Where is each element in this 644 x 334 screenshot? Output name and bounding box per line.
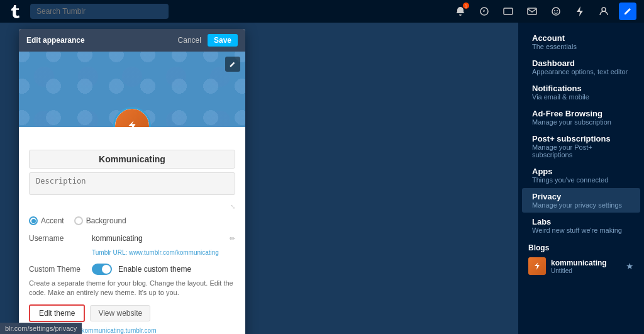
- sidebar-item-adfree-sub: Manage your subscription: [532, 118, 630, 126]
- user-icon[interactable]: [595, 3, 613, 20]
- custom-theme-desc: Create a separate theme for your blog. C…: [29, 279, 235, 298]
- username-label: Username: [29, 234, 86, 243]
- sidebar-item-privacy-label: Privacy: [532, 192, 630, 201]
- sidebar-item-labs-label: Labs: [532, 217, 630, 226]
- face-icon[interactable]: [547, 3, 565, 20]
- tumblr-logo[interactable]: [8, 3, 25, 20]
- compass-icon[interactable]: [475, 3, 493, 20]
- blog-info: kommunicating Untitled: [551, 259, 621, 274]
- resize-handle: ⤡: [230, 203, 235, 210]
- modal-header: Edit appearance Cancel Save: [19, 29, 245, 52]
- main-layout: Edit appearance Cancel Save: [0, 23, 644, 334]
- content-panel: Edit appearance Cancel Save: [0, 23, 518, 334]
- sidebar-item-apps[interactable]: Apps Things you've connected: [522, 163, 640, 187]
- svg-point-5: [557, 10, 558, 11]
- blogs-section: Blogs kommunicating Untitled ★: [518, 238, 644, 277]
- search-input[interactable]: [30, 4, 169, 19]
- avatar-ring: [113, 107, 151, 127]
- tumblr-url-link[interactable]: www.tumblr.com/kommunicating: [129, 249, 219, 256]
- sidebar-item-account-sub: The essentials: [532, 43, 630, 50]
- svg-point-6: [602, 8, 606, 11]
- sidebar-item-account[interactable]: Account The essentials: [522, 30, 640, 54]
- custom-theme-row: Custom Theme Enable custom theme: [29, 264, 235, 275]
- sidebar-item-postplus-label: Post+ subscriptions: [532, 134, 630, 143]
- header-image: [19, 52, 245, 127]
- modal-actions: Cancel Save: [178, 34, 238, 47]
- username-row: Username kommunicating ✏: [29, 234, 235, 243]
- notification-icon[interactable]: 1: [452, 3, 469, 20]
- background-label: Background: [86, 216, 126, 225]
- avatar-area: [113, 107, 151, 127]
- sidebar-item-labs[interactable]: Labs Weird new stuff we're making: [522, 213, 640, 238]
- sidebar-item-privacy[interactable]: Privacy Manage your privacy settings: [522, 188, 640, 213]
- save-button[interactable]: Save: [208, 34, 238, 47]
- sidebar-item-adfree[interactable]: Ad-Free Browsing Manage your subscriptio…: [522, 105, 640, 130]
- sidebar-item-notifications[interactable]: Notifications Via email & mobile: [522, 80, 640, 104]
- sidebar-item-postplus-sub: Manage your Post+ subscriptions: [532, 143, 630, 159]
- tv-icon[interactable]: [499, 3, 517, 20]
- sidebar-item-dashboard[interactable]: Dashboard Appearance options, text edito…: [522, 55, 640, 79]
- blog-row: kommunicating Untitled ★: [528, 257, 634, 275]
- sidebar-item-dashboard-label: Dashboard: [532, 58, 630, 68]
- sidebar-item-adfree-label: Ad-Free Browsing: [532, 109, 630, 118]
- custom-url-link[interactable]: kommunicating.tumblr.com: [82, 327, 157, 334]
- blog-avatar: [528, 257, 546, 275]
- blog-subtitle: Untitled: [551, 267, 621, 274]
- background-option[interactable]: Background: [74, 216, 126, 225]
- sidebar-item-dashboard-sub: Appearance options, text editor: [532, 68, 630, 75]
- enable-custom-theme-label: Enable custom theme: [118, 265, 191, 274]
- sidebar-item-notifications-label: Notifications: [532, 84, 630, 93]
- view-website-button[interactable]: View website: [90, 305, 150, 321]
- theme-actions: Edit theme View website: [29, 304, 235, 322]
- sidebar-nav: Account The essentials Dashboard Appeara…: [518, 30, 644, 238]
- sidebar-item-postplus[interactable]: Post+ subscriptions Manage your Post+ su…: [522, 130, 640, 162]
- edit-theme-button[interactable]: Edit theme: [29, 304, 85, 322]
- username-edit-icon[interactable]: ✏: [230, 235, 235, 243]
- blog-name-input[interactable]: [29, 150, 235, 169]
- modal-body: ⤡ Accent Background Username k: [19, 127, 245, 334]
- svg-rect-2: [528, 8, 536, 14]
- statusbar-url: blr.com/settings/privacy: [5, 325, 77, 332]
- edit-header-button[interactable]: [225, 57, 240, 72]
- color-options: Accent Background: [29, 216, 235, 225]
- description-input[interactable]: [29, 172, 235, 195]
- custom-theme-toggle[interactable]: [92, 264, 112, 275]
- sidebar-item-privacy-sub: Manage your privacy settings: [532, 201, 630, 209]
- accent-option[interactable]: Accent: [29, 216, 64, 225]
- sidebar-item-labs-sub: Weird new stuff we're making: [532, 226, 630, 234]
- tumblr-url: Tumblr URL: www.tumblr.com/kommunicating: [92, 249, 235, 256]
- bolt-icon[interactable]: [571, 3, 589, 20]
- modal-title: Edit appearance: [26, 36, 85, 45]
- avatar[interactable]: [115, 109, 149, 127]
- topnav: 1: [0, 0, 644, 23]
- sidebar-item-apps-label: Apps: [532, 167, 630, 176]
- cancel-button[interactable]: Cancel: [178, 36, 201, 45]
- background-radio[interactable]: [74, 216, 83, 225]
- blog-name: kommunicating: [551, 259, 621, 267]
- statusbar: blr.com/settings/privacy: [0, 323, 82, 334]
- svg-rect-1: [504, 8, 513, 14]
- tumblr-url-label: Tumblr URL:: [92, 249, 127, 256]
- sidebar-item-apps-sub: Things you've connected: [532, 176, 630, 184]
- sidebar: Account The essentials Dashboard Appeara…: [518, 23, 644, 334]
- username-value: kommunicating: [92, 234, 223, 243]
- compose-icon[interactable]: [619, 3, 636, 20]
- blog-star-icon[interactable]: ★: [626, 261, 634, 271]
- custom-theme-label: Custom Theme: [29, 265, 86, 274]
- accent-label: Accent: [41, 216, 64, 225]
- accent-radio[interactable]: [29, 216, 38, 225]
- nav-icons: 1: [452, 3, 636, 20]
- blogs-section-title: Blogs: [528, 243, 634, 252]
- svg-point-4: [554, 10, 555, 11]
- sidebar-item-account-label: Account: [532, 33, 630, 43]
- sidebar-item-notifications-sub: Via email & mobile: [532, 93, 630, 101]
- mail-icon[interactable]: [523, 3, 541, 20]
- toggle-knob: [102, 265, 111, 274]
- edit-appearance-modal: Edit appearance Cancel Save: [19, 29, 245, 334]
- svg-point-3: [552, 8, 560, 15]
- notification-badge: 1: [463, 3, 469, 9]
